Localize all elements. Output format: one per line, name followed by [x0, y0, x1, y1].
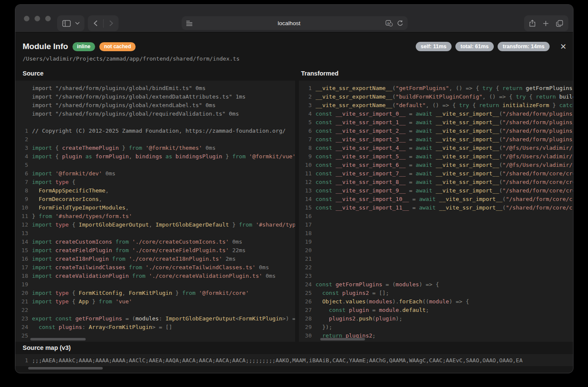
transformed-panel-title: Transformed	[301, 70, 339, 77]
sidebar-toggle-button[interactable]	[57, 15, 84, 31]
line-number	[15, 110, 32, 118]
code-line: 10 FormFieldTypeImportModules,	[15, 204, 295, 212]
line-number: 1	[15, 127, 32, 135]
code-line: 20import type { FormKitConfig, FormKitPl…	[15, 289, 295, 297]
code-line: 6const __vite_ssr_import_2__ = await __v…	[299, 127, 573, 135]
line-number: 18	[15, 272, 32, 280]
reader-icon[interactable]	[186, 20, 193, 26]
traffic-light-minimize[interactable]	[35, 16, 40, 21]
window-actions	[524, 15, 568, 31]
sidebar-icon	[62, 20, 71, 27]
code-line: 14import createCustomIcons from './core/…	[15, 238, 295, 246]
line-number: 19	[299, 238, 316, 246]
horizontal-scrollbar-thumb[interactable]	[28, 367, 103, 370]
line-number: 5	[15, 161, 32, 169]
line-number: 4	[15, 152, 32, 161]
line-number: 12	[15, 221, 32, 229]
sourcemap-panel[interactable]: 1;;;AAEA;AAAkC;AAAA;AAAA;AAAA;AAClC;AAEA…	[15, 354, 573, 366]
line-number: 3	[299, 101, 316, 110]
code-line: 14const __vite_ssr_import_10__ = await _…	[299, 195, 573, 204]
traffic-light-close[interactable]	[24, 16, 29, 21]
line-number: 12	[299, 178, 316, 186]
new-tab-icon[interactable]	[543, 20, 549, 26]
code-line: 11} from '#shared/types/form.ts'	[15, 212, 295, 221]
line-number: 22	[15, 306, 32, 314]
code-line: 21	[299, 255, 573, 263]
line-number: 11	[15, 212, 32, 221]
transform-time-badge: transform: 14ms	[498, 42, 550, 51]
line-number: 15	[299, 204, 316, 212]
line-number: 20	[15, 289, 32, 297]
line-number: 6	[299, 127, 316, 135]
traffic-light-zoom[interactable]	[45, 16, 51, 21]
line-number: 1	[15, 356, 32, 365]
code-line: 5	[15, 161, 295, 169]
line-number: 3	[15, 144, 32, 152]
code-line: 16	[299, 212, 573, 221]
translate-icon[interactable]: A x	[385, 20, 393, 26]
line-number: 25	[15, 332, 32, 340]
line-number: 14	[15, 238, 32, 246]
code-line: 22	[15, 306, 295, 314]
code-line	[15, 118, 295, 127]
transformed-code-panel[interactable]: 1__vite_ssr_exportName__("getFormPlugins…	[299, 81, 573, 342]
horizontal-scrollbar-thumb[interactable]	[320, 338, 365, 340]
line-number: 4	[299, 110, 316, 118]
close-icon[interactable]: ×	[560, 42, 566, 51]
code-line: 19	[15, 280, 295, 289]
line-number: 7	[15, 178, 32, 186]
line-number	[15, 93, 32, 101]
line-number: 8	[15, 186, 32, 195]
code-line: 6import '@formkit/dev' 0ms	[15, 169, 295, 178]
code-line: 2	[15, 135, 295, 144]
horizontal-scrollbar-thumb[interactable]	[30, 338, 86, 340]
line-number: 23	[299, 272, 316, 280]
source-panel-title: Source	[23, 70, 43, 77]
source-code-panel[interactable]: import "/shared/form/plugins/global/bind…	[15, 81, 295, 342]
page-title: Module Info	[23, 42, 68, 51]
code-line: 13	[15, 229, 295, 238]
line-number: 21	[299, 255, 316, 263]
line-number: 9	[15, 195, 32, 204]
line-number: 10	[299, 161, 316, 169]
code-line: 13const __vite_ssr_import_9__ = await __…	[299, 186, 573, 195]
url-bar[interactable]: localhost A x	[182, 16, 408, 30]
line-number: 24	[299, 280, 316, 289]
line-number	[15, 118, 32, 127]
code-line: 29 });	[299, 323, 573, 332]
share-icon[interactable]	[529, 20, 536, 27]
code-line: 4const __vite_ssr_import_0__ = await __v…	[299, 110, 573, 118]
line-number	[15, 101, 32, 110]
code-line: import "/shared/form/plugins/global/exte…	[15, 93, 295, 101]
code-line: 18import createValidationPlugin from './…	[15, 272, 295, 280]
line-number: 5	[299, 118, 316, 127]
line-number: 14	[299, 195, 316, 204]
code-line: import "/shared/form/plugins/global/bind…	[15, 84, 295, 93]
line-number: 13	[15, 229, 32, 238]
line-number: 19	[15, 280, 32, 289]
self-time-badge: self: 11ms	[416, 42, 452, 51]
line-number: 11	[299, 169, 316, 178]
line-number: 17	[299, 221, 316, 229]
nav-buttons	[88, 15, 119, 31]
code-line: 2__vite_ssr_exportName__("buildFormKitPl…	[299, 93, 573, 101]
tab-overview-icon[interactable]	[556, 20, 563, 27]
reload-icon[interactable]	[397, 20, 403, 26]
line-number: 23	[15, 314, 32, 323]
back-icon[interactable]	[93, 20, 98, 26]
code-line: 27 const plugin = module.default;	[299, 306, 573, 314]
url-text[interactable]: localhost	[193, 20, 385, 26]
code-line: import "/shared/form/plugins/global/exte…	[15, 101, 295, 110]
code-line: 9 FormDecoratorIcons,	[15, 195, 295, 204]
forward-icon[interactable]	[109, 20, 113, 26]
line-number: 2	[15, 135, 32, 144]
code-line: 1__vite_ssr_exportName__("getFormPlugins…	[299, 84, 573, 93]
line-number: 15	[15, 246, 32, 255]
code-line: 7const __vite_ssr_import_3__ = await __v…	[299, 135, 573, 144]
browser-chrome: localhost A x	[15, 5, 573, 32]
code-line: 10const __vite_ssr_import_6__ = await __…	[299, 161, 573, 169]
line-number: 6	[15, 169, 32, 178]
svg-text:x: x	[390, 23, 391, 26]
code-line: 23export const getFormPlugins = (modules…	[15, 314, 295, 323]
code-line: 15import createFieldPlugin from './core/…	[15, 246, 295, 255]
